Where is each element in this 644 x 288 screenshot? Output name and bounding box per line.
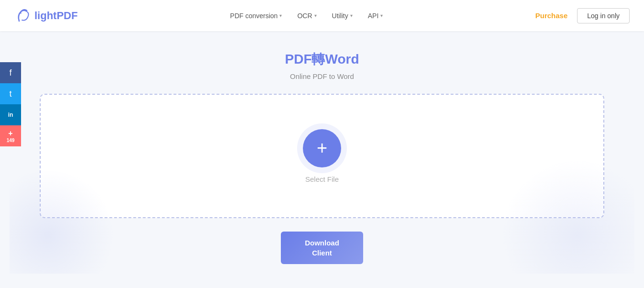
main-content: PDF轉Word Online PDF to Word + Select Fil… bbox=[0, 31, 644, 274]
upload-area[interactable]: + Select File bbox=[40, 94, 604, 218]
facebook-icon: f bbox=[9, 68, 11, 78]
logo-text: lightPDF bbox=[34, 10, 78, 22]
page-title: PDF轉Word bbox=[285, 50, 359, 68]
main-nav: PDF conversion ▾ OCR ▾ Utility ▾ API ▾ bbox=[78, 12, 535, 20]
nav-pdf-conversion[interactable]: PDF conversion ▾ bbox=[230, 12, 282, 20]
social-sidebar: f t in + 149 bbox=[0, 62, 21, 146]
plus-icon: + bbox=[8, 129, 12, 138]
share-count: 149 bbox=[7, 138, 15, 143]
chevron-down-icon: ▾ bbox=[350, 13, 353, 18]
page-subtitle: Online PDF to Word bbox=[290, 72, 354, 80]
logo[interactable]: lightPDF bbox=[14, 7, 78, 25]
chevron-down-icon: ▾ bbox=[380, 13, 383, 18]
content-wrapper: PDF轉Word Online PDF to Word + Select Fil… bbox=[10, 50, 634, 274]
login-button[interactable]: Log in only bbox=[577, 8, 630, 23]
upload-label: Select File bbox=[305, 175, 339, 183]
purchase-link[interactable]: Purchase bbox=[535, 11, 568, 20]
download-client-button[interactable]: Download Client bbox=[281, 232, 363, 264]
upload-plus-button[interactable]: + bbox=[303, 129, 341, 167]
header: lightPDF PDF conversion ▾ OCR ▾ Utility … bbox=[0, 0, 644, 31]
svg-point-0 bbox=[20, 12, 22, 14]
nav-utility[interactable]: Utility ▾ bbox=[332, 12, 353, 20]
nav-api[interactable]: API ▾ bbox=[368, 12, 383, 20]
plus-icon: + bbox=[317, 139, 327, 157]
chevron-down-icon: ▾ bbox=[314, 13, 317, 18]
chevron-down-icon: ▾ bbox=[279, 13, 282, 18]
twitter-share-button[interactable]: t bbox=[0, 83, 21, 104]
facebook-share-button[interactable]: f bbox=[0, 62, 21, 83]
nav-ocr[interactable]: OCR ▾ bbox=[297, 12, 316, 20]
twitter-icon: t bbox=[9, 89, 11, 99]
more-share-button[interactable]: + 149 bbox=[0, 125, 21, 146]
linkedin-icon: in bbox=[8, 111, 13, 118]
linkedin-share-button[interactable]: in bbox=[0, 104, 21, 125]
header-actions: Purchase Log in only bbox=[535, 8, 630, 23]
